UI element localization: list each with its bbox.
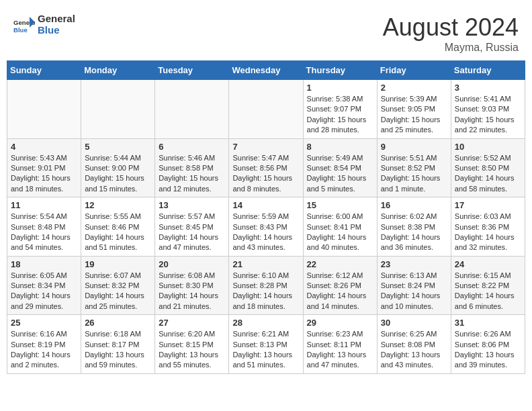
day-header-saturday: Saturday <box>451 61 525 80</box>
day-info: Sunrise: 5:52 AM Sunset: 8:50 PM Dayligh… <box>455 153 521 195</box>
calendar-table: SundayMondayTuesdayWednesdayThursdayFrid… <box>7 60 525 374</box>
calendar-cell: 16Sunrise: 6:02 AM Sunset: 8:38 PM Dayli… <box>377 197 451 257</box>
calendar-cell: 13Sunrise: 5:57 AM Sunset: 8:45 PM Dayli… <box>155 197 229 257</box>
calendar-week-row: 18Sunrise: 6:05 AM Sunset: 8:34 PM Dayli… <box>7 256 525 315</box>
calendar-cell: 8Sunrise: 5:49 AM Sunset: 8:54 PM Daylig… <box>303 138 377 197</box>
day-header-tuesday: Tuesday <box>155 61 229 80</box>
calendar-cell: 24Sunrise: 6:15 AM Sunset: 8:22 PM Dayli… <box>451 256 525 315</box>
logo-general-text: General <box>38 13 75 25</box>
calendar-cell: 21Sunrise: 6:10 AM Sunset: 8:28 PM Dayli… <box>229 256 303 315</box>
calendar-cell: 1Sunrise: 5:38 AM Sunset: 9:07 PM Daylig… <box>303 80 377 139</box>
calendar-cell: 20Sunrise: 6:08 AM Sunset: 8:30 PM Dayli… <box>155 256 229 315</box>
day-number: 8 <box>307 142 373 152</box>
day-info: Sunrise: 6:13 AM Sunset: 8:24 PM Dayligh… <box>381 271 447 312</box>
day-number: 16 <box>381 200 447 210</box>
day-number: 9 <box>381 142 447 152</box>
day-info: Sunrise: 6:12 AM Sunset: 8:26 PM Dayligh… <box>307 271 373 312</box>
day-info: Sunrise: 5:55 AM Sunset: 8:46 PM Dayligh… <box>85 212 151 253</box>
day-number: 18 <box>11 259 77 269</box>
calendar-cell: 31Sunrise: 6:26 AM Sunset: 8:06 PM Dayli… <box>451 315 525 374</box>
calendar-cell: 26Sunrise: 6:18 AM Sunset: 8:17 PM Dayli… <box>81 315 155 374</box>
calendar-week-row: 11Sunrise: 5:54 AM Sunset: 8:48 PM Dayli… <box>7 197 525 257</box>
day-number: 25 <box>11 318 77 328</box>
day-info: Sunrise: 6:20 AM Sunset: 8:15 PM Dayligh… <box>159 329 225 371</box>
day-info: Sunrise: 5:43 AM Sunset: 9:01 PM Dayligh… <box>11 153 77 195</box>
calendar-cell: 28Sunrise: 6:21 AM Sunset: 8:13 PM Dayli… <box>229 315 303 374</box>
calendar-cell: 25Sunrise: 6:16 AM Sunset: 8:19 PM Dayli… <box>7 315 81 374</box>
day-header-thursday: Thursday <box>303 61 377 80</box>
day-info: Sunrise: 5:57 AM Sunset: 8:45 PM Dayligh… <box>159 212 225 253</box>
day-header-wednesday: Wednesday <box>229 61 303 80</box>
calendar-cell: 14Sunrise: 5:59 AM Sunset: 8:43 PM Dayli… <box>229 197 303 257</box>
calendar-cell: 5Sunrise: 5:44 AM Sunset: 9:00 PM Daylig… <box>81 138 155 197</box>
calendar-cell: 22Sunrise: 6:12 AM Sunset: 8:26 PM Dayli… <box>303 256 377 315</box>
day-number: 1 <box>307 83 373 93</box>
day-header-sunday: Sunday <box>7 61 81 80</box>
calendar-week-row: 4Sunrise: 5:43 AM Sunset: 9:01 PM Daylig… <box>7 138 525 197</box>
calendar-cell: 30Sunrise: 6:25 AM Sunset: 8:08 PM Dayli… <box>377 315 451 374</box>
title-block: August 2024 Mayma, Russia <box>383 13 519 54</box>
day-number: 26 <box>85 318 151 328</box>
day-number: 31 <box>455 318 521 328</box>
day-info: Sunrise: 5:44 AM Sunset: 9:00 PM Dayligh… <box>85 153 151 195</box>
calendar-cell: 11Sunrise: 5:54 AM Sunset: 8:48 PM Dayli… <box>7 197 81 257</box>
calendar-week-row: 25Sunrise: 6:16 AM Sunset: 8:19 PM Dayli… <box>7 315 525 374</box>
day-number: 7 <box>232 142 299 152</box>
day-number: 19 <box>85 259 151 269</box>
calendar-cell: 27Sunrise: 6:20 AM Sunset: 8:15 PM Dayli… <box>155 315 229 374</box>
day-header-monday: Monday <box>81 61 155 80</box>
calendar-cell: 23Sunrise: 6:13 AM Sunset: 8:24 PM Dayli… <box>377 256 451 315</box>
day-number: 4 <box>11 142 77 152</box>
day-info: Sunrise: 6:02 AM Sunset: 8:38 PM Dayligh… <box>381 212 447 253</box>
location-subtitle: Mayma, Russia <box>383 42 519 54</box>
day-info: Sunrise: 6:05 AM Sunset: 8:34 PM Dayligh… <box>11 271 77 312</box>
day-number: 5 <box>85 142 151 152</box>
day-info: Sunrise: 6:21 AM Sunset: 8:13 PM Dayligh… <box>232 329 299 371</box>
day-number: 21 <box>232 259 299 269</box>
calendar-header-row: SundayMondayTuesdayWednesdayThursdayFrid… <box>7 61 525 80</box>
month-year-title: August 2024 <box>383 13 519 42</box>
day-info: Sunrise: 6:18 AM Sunset: 8:17 PM Dayligh… <box>85 329 151 371</box>
day-number: 3 <box>455 83 521 93</box>
day-number: 13 <box>159 200 225 210</box>
calendar-cell: 12Sunrise: 5:55 AM Sunset: 8:46 PM Dayli… <box>81 197 155 257</box>
day-info: Sunrise: 5:49 AM Sunset: 8:54 PM Dayligh… <box>307 153 373 195</box>
day-info: Sunrise: 6:07 AM Sunset: 8:32 PM Dayligh… <box>85 271 151 312</box>
calendar-cell: 18Sunrise: 6:05 AM Sunset: 8:34 PM Dayli… <box>7 256 81 315</box>
day-info: Sunrise: 5:59 AM Sunset: 8:43 PM Dayligh… <box>232 212 299 253</box>
day-number: 24 <box>455 259 521 269</box>
calendar-cell <box>7 80 81 139</box>
logo: General Blue General Blue <box>13 13 75 36</box>
day-number: 30 <box>381 318 447 328</box>
day-info: Sunrise: 6:16 AM Sunset: 8:19 PM Dayligh… <box>11 329 77 371</box>
day-info: Sunrise: 6:15 AM Sunset: 8:22 PM Dayligh… <box>455 271 521 312</box>
day-info: Sunrise: 5:38 AM Sunset: 9:07 PM Dayligh… <box>307 94 373 136</box>
calendar-cell: 7Sunrise: 5:47 AM Sunset: 8:56 PM Daylig… <box>229 138 303 197</box>
calendar-cell: 15Sunrise: 6:00 AM Sunset: 8:41 PM Dayli… <box>303 197 377 257</box>
day-number: 20 <box>159 259 225 269</box>
day-info: Sunrise: 6:10 AM Sunset: 8:28 PM Dayligh… <box>232 271 299 312</box>
day-number: 6 <box>159 142 225 152</box>
calendar-cell: 4Sunrise: 5:43 AM Sunset: 9:01 PM Daylig… <box>7 138 81 197</box>
svg-text:Blue: Blue <box>13 26 28 34</box>
day-number: 17 <box>455 200 521 210</box>
logo-blue-text: Blue <box>38 25 75 36</box>
calendar-cell: 29Sunrise: 6:23 AM Sunset: 8:11 PM Dayli… <box>303 315 377 374</box>
calendar-cell: 2Sunrise: 5:39 AM Sunset: 9:05 PM Daylig… <box>377 80 451 139</box>
calendar-cell: 19Sunrise: 6:07 AM Sunset: 8:32 PM Dayli… <box>81 256 155 315</box>
day-info: Sunrise: 5:47 AM Sunset: 8:56 PM Dayligh… <box>232 153 299 195</box>
day-info: Sunrise: 5:39 AM Sunset: 9:05 PM Dayligh… <box>381 94 447 136</box>
day-info: Sunrise: 5:51 AM Sunset: 8:52 PM Dayligh… <box>381 153 447 195</box>
calendar-cell <box>229 80 303 139</box>
calendar-cell: 10Sunrise: 5:52 AM Sunset: 8:50 PM Dayli… <box>451 138 525 197</box>
day-info: Sunrise: 6:23 AM Sunset: 8:11 PM Dayligh… <box>307 329 373 371</box>
day-number: 2 <box>381 83 447 93</box>
day-info: Sunrise: 6:26 AM Sunset: 8:06 PM Dayligh… <box>455 329 521 371</box>
day-number: 27 <box>159 318 225 328</box>
calendar-cell: 6Sunrise: 5:46 AM Sunset: 8:58 PM Daylig… <box>155 138 229 197</box>
day-number: 22 <box>307 259 373 269</box>
day-info: Sunrise: 5:46 AM Sunset: 8:58 PM Dayligh… <box>159 153 225 195</box>
day-info: Sunrise: 5:54 AM Sunset: 8:48 PM Dayligh… <box>11 212 77 253</box>
day-number: 14 <box>232 200 299 210</box>
day-number: 10 <box>455 142 521 152</box>
